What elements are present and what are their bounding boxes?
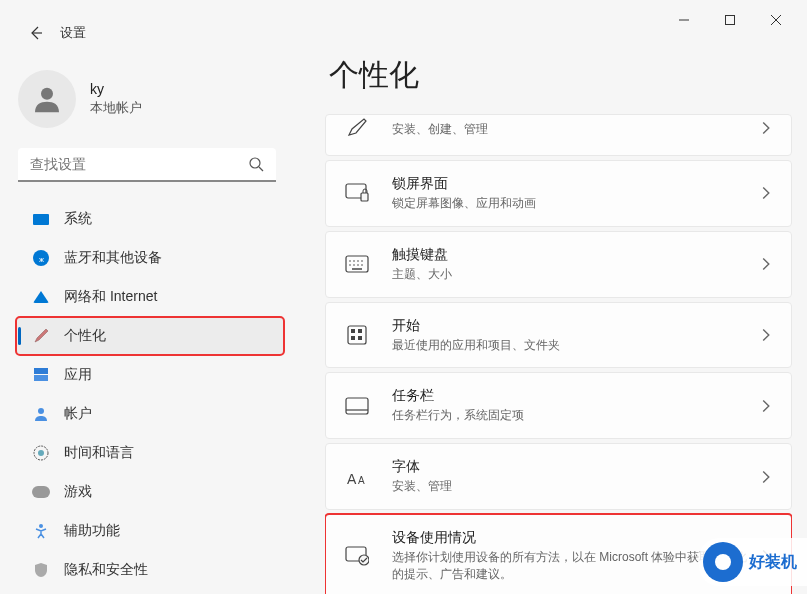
bluetooth-icon: ⁎: [32, 249, 50, 267]
card-themes[interactable]: 安装、创建、管理: [325, 114, 792, 156]
svg-line-7: [259, 167, 263, 171]
sidebar-item-label: 隐私和安全性: [64, 561, 148, 579]
device-usage-icon: [344, 543, 370, 569]
svg-rect-24: [348, 326, 366, 344]
taskbar-icon: [344, 393, 370, 419]
sidebar-item-network[interactable]: 网络和 Internet: [16, 278, 284, 316]
sidebar-item-label: 游戏: [64, 483, 92, 501]
card-fonts[interactable]: AA 字体 安装、管理: [325, 443, 792, 510]
card-taskbar[interactable]: 任务栏 任务栏行为，系统固定项: [325, 372, 792, 439]
svg-point-22: [361, 264, 363, 266]
sidebar-item-accessibility[interactable]: 辅助功能: [16, 512, 284, 550]
sidebar-item-apps[interactable]: 应用: [16, 356, 284, 394]
card-touch-keyboard[interactable]: 触摸键盘 主题、大小: [325, 231, 792, 298]
chevron-right-icon: [759, 399, 773, 413]
watermark-text: 好装机: [749, 552, 797, 573]
card-title: 触摸键盘: [392, 246, 759, 264]
sidebar-item-label: 帐户: [64, 405, 92, 423]
user-name: ky: [90, 81, 142, 97]
card-desc: 安装、创建、管理: [392, 121, 759, 138]
back-button[interactable]: [18, 15, 54, 51]
apps-icon: [32, 366, 50, 384]
card-desc: 锁定屏幕图像、应用和动画: [392, 195, 759, 212]
card-desc: 最近使用的应用和项目、文件夹: [392, 337, 759, 354]
svg-rect-28: [358, 336, 362, 340]
card-title: 字体: [392, 458, 759, 476]
card-desc: 任务栏行为，系统固定项: [392, 407, 759, 424]
chevron-right-icon: [759, 470, 773, 484]
user-type: 本地帐户: [90, 99, 142, 117]
svg-point-19: [349, 264, 351, 266]
sidebar-item-label: 蓝牙和其他设备: [64, 249, 162, 267]
svg-point-10: [38, 450, 44, 456]
svg-rect-29: [346, 398, 368, 414]
svg-point-11: [39, 524, 43, 528]
svg-rect-1: [726, 16, 735, 25]
svg-text:A: A: [358, 475, 365, 486]
accessibility-icon: [32, 522, 50, 540]
search-input[interactable]: [18, 148, 276, 182]
shield-icon: [32, 561, 50, 579]
svg-point-21: [357, 264, 359, 266]
svg-rect-13: [361, 193, 368, 201]
sidebar-item-label: 个性化: [64, 327, 106, 345]
svg-text:A: A: [347, 471, 357, 487]
sidebar-item-personalization[interactable]: 个性化: [16, 317, 284, 355]
sidebar-item-system[interactable]: 系统: [16, 200, 284, 238]
sidebar-item-privacy[interactable]: 隐私和安全性: [16, 551, 284, 589]
sidebar-item-label: 应用: [64, 366, 92, 384]
card-desc: 安装、管理: [392, 478, 759, 495]
chevron-right-icon: [759, 257, 773, 271]
sidebar-item-label: 系统: [64, 210, 92, 228]
gamepad-icon: [32, 483, 50, 501]
sidebar-item-time-language[interactable]: 时间和语言: [16, 434, 284, 472]
sidebar-item-label: 网络和 Internet: [64, 288, 157, 306]
svg-point-16: [353, 260, 355, 262]
svg-point-15: [349, 260, 351, 262]
nav-list: 系统 ⁎ 蓝牙和其他设备 网络和 Internet 个性化 应用 帐户: [10, 200, 290, 589]
chevron-right-icon: [759, 121, 773, 135]
clock-icon: [32, 444, 50, 462]
watermark: 好装机: [699, 538, 807, 586]
card-desc: 主题、大小: [392, 266, 759, 283]
minimize-button[interactable]: [661, 4, 707, 36]
svg-point-5: [41, 88, 53, 100]
svg-rect-27: [351, 336, 355, 340]
main-content: 个性化 安装、创建、管理 锁屏界面 锁定屏幕图像、应用和动画: [325, 55, 792, 594]
page-title: 个性化: [329, 55, 792, 96]
header: 设置: [0, 18, 86, 48]
sidebar-item-gaming[interactable]: 游戏: [16, 473, 284, 511]
sidebar-item-bluetooth[interactable]: ⁎ 蓝牙和其他设备: [16, 239, 284, 277]
svg-point-18: [361, 260, 363, 262]
user-icon: [32, 405, 50, 423]
keyboard-icon: [344, 251, 370, 277]
sidebar-item-label: 时间和语言: [64, 444, 134, 462]
card-title: 任务栏: [392, 387, 759, 405]
user-info: ky 本地帐户: [90, 81, 142, 117]
watermark-badge: [703, 542, 743, 582]
card-lockscreen[interactable]: 锁屏界面 锁定屏幕图像、应用和动画: [325, 160, 792, 227]
svg-point-8: [38, 408, 44, 414]
wifi-icon: [32, 288, 50, 306]
maximize-button[interactable]: [707, 4, 753, 36]
fonts-icon: AA: [344, 464, 370, 490]
sidebar-item-accounts[interactable]: 帐户: [16, 395, 284, 433]
avatar: [18, 70, 76, 128]
svg-point-6: [250, 158, 260, 168]
titlebar: [0, 0, 807, 40]
svg-rect-25: [351, 329, 355, 333]
card-start[interactable]: 开始 最近使用的应用和项目、文件夹: [325, 302, 792, 369]
svg-point-34: [359, 555, 369, 565]
svg-rect-26: [358, 329, 362, 333]
svg-point-17: [357, 260, 359, 262]
user-section[interactable]: ky 本地帐户: [10, 60, 290, 148]
sidebar-item-label: 辅助功能: [64, 522, 120, 540]
sidebar: ky 本地帐户 系统 ⁎ 蓝牙和其他设备 网络和 Internet 个性化: [10, 60, 290, 590]
brush-icon: [32, 327, 50, 345]
start-icon: [344, 322, 370, 348]
app-title: 设置: [60, 24, 86, 42]
card-title: 锁屏界面: [392, 175, 759, 193]
close-button[interactable]: [753, 4, 799, 36]
system-icon: [32, 210, 50, 228]
search-icon: [248, 156, 264, 172]
